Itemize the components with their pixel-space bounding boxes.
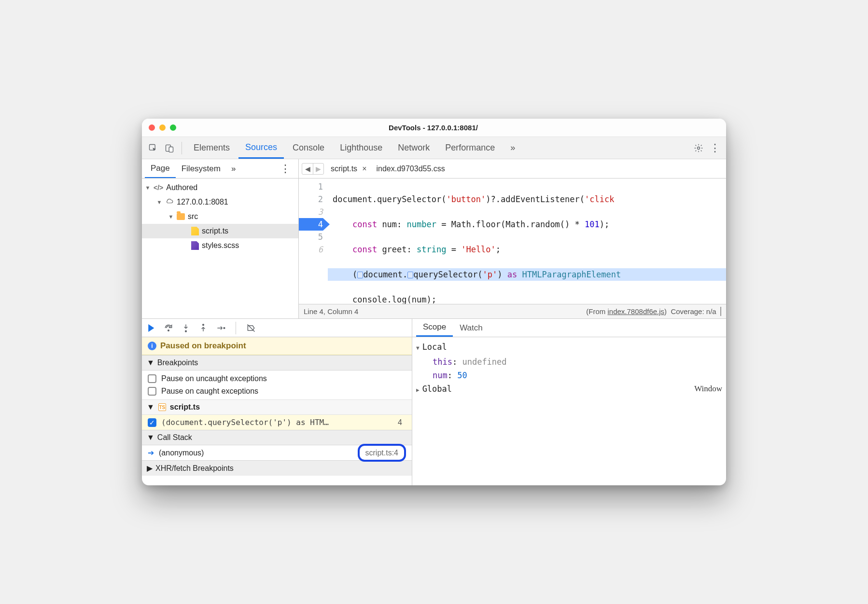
nav-back-icon[interactable]: ◀ (302, 164, 313, 174)
tab-console[interactable]: Console (286, 137, 331, 159)
close-icon[interactable]: × (362, 165, 366, 173)
step-out-icon[interactable] (198, 323, 209, 333)
editor-panel: ◀ ▶ script.ts × index.d9703d55.css 1 2 3… (299, 159, 726, 318)
editor-nav: ◀ ▶ (302, 163, 324, 175)
kebab-menu-icon[interactable]: ⋮ (708, 141, 722, 155)
scope-num[interactable]: num: 50 (416, 369, 722, 382)
window-title: DevTools - 127.0.0.1:8081/ (176, 124, 690, 132)
scope-panel: Scope Watch ▼Local this: undefined num: … (412, 319, 726, 485)
step-over-icon[interactable] (163, 323, 174, 333)
code-icon: </> (154, 184, 163, 192)
divider (236, 322, 236, 334)
current-frame-icon: ➔ (148, 448, 154, 457)
tree-file-label: script.ts (202, 227, 228, 235)
nav-fwd-icon[interactable]: ▶ (313, 164, 323, 174)
scope-this[interactable]: this: undefined (416, 355, 722, 369)
device-toolbar-icon[interactable] (162, 141, 177, 155)
breakpoint-file-header[interactable]: ▼ TS script.ts (142, 399, 412, 415)
code-area[interactable]: document.querySelector('button')?.addEve… (328, 178, 726, 304)
subtabs-overflow[interactable]: » (226, 164, 240, 174)
scope-tabs: Scope Watch (412, 319, 726, 337)
gear-icon[interactable] (691, 141, 706, 155)
code-editor[interactable]: 1 2 3 4 5 6 document.querySelector('butt… (299, 178, 726, 304)
minimize-window-icon[interactable] (159, 124, 166, 131)
editor-tab-label: index.d9703d55.css (376, 165, 445, 173)
tab-sources[interactable]: Sources (238, 137, 284, 159)
callstack-frame[interactable]: ➔ (anonymous) script.ts:4 (142, 445, 412, 460)
tree-file-script[interactable]: script.ts (142, 224, 298, 238)
frame-name: (anonymous) (159, 449, 204, 457)
traffic-lights (149, 124, 176, 131)
step-into-icon[interactable] (181, 323, 191, 333)
tree-file-label: styles.scss (202, 241, 239, 250)
folder-icon (177, 213, 185, 220)
svg-point-5 (185, 330, 187, 332)
tree-folder-label: src (188, 212, 198, 221)
coverage-label: Coverage: n/a (671, 307, 716, 316)
close-window-icon[interactable] (149, 124, 155, 131)
checkbox-icon (148, 374, 156, 383)
svg-point-7 (224, 327, 225, 329)
breakpoint-row[interactable]: ✓ (document.querySelector('p') as HTM… 4 (142, 415, 412, 430)
editor-tab-css[interactable]: index.d9703d55.css (373, 159, 448, 178)
breakpoint-code: (document.querySelector('p') as HTM… (161, 418, 393, 427)
resume-icon[interactable] (146, 323, 156, 333)
pause-caught-toggle[interactable]: Pause on caught exceptions (142, 385, 412, 398)
tabs-overflow[interactable]: » (505, 143, 520, 153)
tree-root[interactable]: ▼ </> Authored (142, 180, 298, 195)
tab-watch[interactable]: Watch (453, 319, 490, 337)
scope-tree: ▼Local this: undefined num: 50 ▶Global W… (412, 337, 726, 485)
pause-uncaught-toggle[interactable]: Pause on uncaught exceptions (142, 372, 412, 385)
tab-lighthouse[interactable]: Lighthouse (333, 137, 389, 159)
section-breakpoints[interactable]: ▼Breakpoints (142, 355, 412, 371)
svg-point-6 (203, 324, 204, 326)
debugger-left: i Paused on breakpoint ▼Breakpoints Paus… (142, 319, 412, 485)
js-file-icon (191, 227, 199, 235)
checkbox-checked-icon[interactable]: ✓ (148, 418, 156, 427)
scss-file-icon (191, 241, 199, 250)
navigator-menu-icon[interactable]: ⋮ (275, 163, 295, 175)
tab-scope[interactable]: Scope (416, 319, 453, 337)
tab-network[interactable]: Network (391, 137, 436, 159)
paused-text: Paused on breakpoint (160, 341, 246, 351)
debugger-panel: i Paused on breakpoint ▼Breakpoints Paus… (142, 318, 726, 485)
tab-elements[interactable]: Elements (187, 137, 237, 159)
breakpoint-line: 4 (398, 418, 406, 427)
zoom-window-icon[interactable] (170, 124, 176, 131)
tree-folder-src[interactable]: ▼ src (142, 209, 298, 224)
navigator-panel: Page Filesystem » ⋮ ▼ </> Authored ▼ 127… (142, 159, 299, 318)
scope-global[interactable]: ▶Global Window (416, 382, 722, 397)
section-xhr[interactable]: ▶XHR/fetch Breakpoints (142, 460, 412, 476)
tree-host-label: 127.0.0.1:8081 (177, 198, 228, 206)
scope-local[interactable]: ▼Local (416, 340, 722, 355)
coverage-toggle-icon[interactable] (720, 307, 721, 316)
editor-tab-script[interactable]: script.ts × (328, 159, 369, 178)
editor-tabs: ◀ ▶ script.ts × index.d9703d55.css (299, 159, 726, 178)
sourcemap-link[interactable]: index.7808df6e.js (607, 307, 664, 316)
subtab-filesystem[interactable]: Filesystem (176, 159, 226, 178)
section-callstack[interactable]: ▼Call Stack (142, 430, 412, 445)
svg-point-4 (168, 329, 169, 331)
debug-toolbar (142, 319, 412, 337)
source-map-info: (From index.7808df6e.js) Coverage: n/a (586, 307, 721, 316)
devtools-window: DevTools - 127.0.0.1:8081/ Elements Sour… (142, 119, 726, 485)
step-icon[interactable] (215, 323, 226, 333)
inspect-element-icon[interactable] (146, 141, 160, 155)
main-tabs: Elements Sources Console Lighthouse Netw… (142, 137, 726, 159)
line-gutter: 1 2 3 4 5 6 (299, 178, 328, 304)
paused-banner: i Paused on breakpoint (142, 337, 412, 355)
cloud-icon (165, 198, 174, 206)
tree-host[interactable]: ▼ 127.0.0.1:8081 (142, 195, 298, 209)
tab-performance[interactable]: Performance (438, 137, 502, 159)
editor-footer: Line 4, Column 4 (From index.7808df6e.js… (299, 304, 726, 318)
svg-point-3 (698, 147, 700, 149)
subtab-page[interactable]: Page (145, 159, 176, 178)
debugger-sections: ▼Breakpoints Pause on uncaught exception… (142, 355, 412, 485)
frame-location[interactable]: script.ts:4 (358, 444, 406, 462)
tree-file-styles[interactable]: styles.scss (142, 238, 298, 253)
navigator-subtabs: Page Filesystem » ⋮ (142, 159, 298, 178)
deactivate-breakpoints-icon[interactable] (246, 323, 256, 333)
tree-root-label: Authored (166, 183, 197, 192)
cursor-position: Line 4, Column 4 (304, 307, 358, 316)
titlebar: DevTools - 127.0.0.1:8081/ (142, 119, 726, 137)
